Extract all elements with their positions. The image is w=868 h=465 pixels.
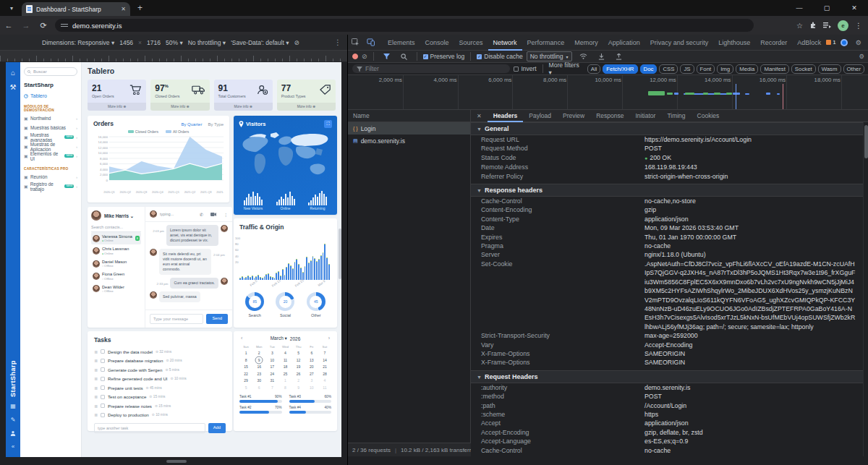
calendar-day[interactable]: 18 [278,364,292,371]
filter-chip-fetch-xhr[interactable]: Fetch/XHR [603,64,637,74]
orders-tab-by-quarter[interactable]: By Quarter [181,122,202,127]
devtools-tab-recorder[interactable]: Recorder [755,35,792,51]
extensions-icon[interactable] [809,22,817,29]
calendar-day[interactable]: 15 [239,364,252,371]
calendar-day[interactable]: 6 [252,385,265,392]
sidebar-item-muestras-avanzadas[interactable]: ▣Muestras avanzadasNEW› [24,132,77,142]
calendar-day[interactable]: 1 [239,350,252,357]
calendar-day[interactable]: 13 [305,357,318,364]
task-checkbox[interactable] [101,395,105,399]
calendar-day[interactable]: 14 [318,357,331,364]
filter-chip-css[interactable]: CSS [659,64,678,74]
new-tab-button[interactable]: + [137,3,142,13]
calendar-day[interactable]: 7 [318,350,331,357]
drag-handle-icon[interactable]: ≣ [94,367,98,372]
preserve-log-checkbox[interactable]: ✓Preserve log [423,53,465,60]
network-throttling-select[interactable]: No throttling▾ [527,51,572,61]
chat-current-user[interactable]: Mike Harris ⌄ [91,210,141,221]
window-maximize-button[interactable]: ▢ [813,0,841,16]
calendar-day[interactable]: 26 [292,371,305,378]
devtools-tab-network[interactable]: Network [488,35,522,51]
window-minimize-button[interactable]: — [786,0,813,16]
site-settings-icon[interactable] [61,22,68,28]
calendar-day[interactable]: 10 [305,385,318,392]
sidebar-item-reuni-n[interactable]: ▣Reunión› [24,172,77,182]
details-tab-initiator[interactable]: Initiator [630,110,662,122]
device-toolbar-menu-icon[interactable]: ⋮ [334,38,341,46]
sidebar-item-northwind[interactable]: ▣Northwind› [24,114,77,123]
calendar-day[interactable]: 5 [292,350,305,357]
details-tab-response[interactable]: Response [590,110,629,122]
export-har-icon[interactable] [612,54,626,60]
issues-badge[interactable]: 1 [826,39,835,46]
chat-menu-icon[interactable]: ⋮ [224,212,228,217]
clear-network-log-icon[interactable]: ⊘ [362,53,367,60]
filter-chip-font[interactable]: Font [697,64,715,74]
task-checkbox[interactable] [101,413,105,417]
task-row[interactable]: ≣Test on acceptance⊙ 15 mins [94,393,226,402]
details-scrollbar[interactable] [863,122,868,456]
bookmark-star-icon[interactable]: ☆ [796,22,803,30]
calendar-day[interactable]: 25 [278,371,292,378]
task-row[interactable]: ≣Prepare unit tests⊙ 45 mins [94,383,226,393]
chat-search-input[interactable]: Search contacts... [91,225,141,232]
theme-icon[interactable]: ▦ [10,403,16,409]
calendar-day[interactable]: 19 [292,364,305,371]
calendar-day[interactable]: 24 [265,371,278,378]
calendar-day[interactable]: 21 [318,364,331,371]
task-row[interactable]: ≣Refine generated code and UI⊙ 10 mins [94,375,226,384]
page-scrollbar-horizontal[interactable] [6,460,341,464]
back-button[interactable]: ← [0,21,17,30]
details-tab-cookies[interactable]: Cookies [692,110,726,122]
save-data-select[interactable]: 'Save-Data': default ▾ [231,39,289,46]
chat-send-button[interactable]: Send [206,314,228,324]
drag-handle-icon[interactable]: ≣ [94,394,98,399]
stat-card-total-customers[interactable]: 91Total CustomersMore info ⊕ [214,80,273,111]
calendar-day[interactable]: 8 [239,357,252,364]
throttling-select[interactable]: No throttling ▾ [188,39,226,46]
drag-handle-icon[interactable]: ≣ [94,412,98,417]
window-close-button[interactable]: ✕ [841,0,868,16]
filter-chip-other[interactable]: Other [843,64,865,74]
browser-tab[interactable]: Dashboard - StartSharp ✕ [22,2,130,16]
visitors-expand-button[interactable]: ⛶ [324,120,332,128]
viewport-width-field[interactable]: 1456 [119,39,133,46]
filter-input[interactable]: Filter [352,64,510,73]
calendar-day[interactable]: 9 [292,385,305,392]
profile-avatar[interactable]: e [838,20,848,31]
devtools-tab-performance[interactable]: Performance [522,35,570,51]
calendar-day[interactable]: 7 [265,385,278,392]
collapse-sidebar-icon[interactable]: « [12,443,14,450]
calendar-prev-button[interactable]: ‹ [241,336,242,341]
device-toolbar-toggle-icon[interactable] [363,38,378,46]
dimensions-select[interactable]: Dimensions: Responsive ▾ [42,39,114,46]
contact-fiona-green[interactable]: Fiona GreenOffline [91,270,141,282]
calendar-day[interactable]: 28 [318,371,331,378]
more-info-link[interactable]: More info ⊕ [277,103,336,111]
details-tab-headers[interactable]: Headers [488,110,524,122]
devtools-tab-sources[interactable]: Sources [454,35,488,51]
tab-search-chevron-icon[interactable]: ▾ [6,3,17,13]
details-tab-timing[interactable]: Timing [661,110,691,122]
network-conditions-icon[interactable] [576,54,591,59]
task-row[interactable]: ≣Generate code with Sergen⊙ 5 mins [94,365,226,375]
task-row[interactable]: ≣Prepare database migration⊙ 20 mins [94,357,226,366]
devtools-tab-adblock[interactable]: AdBlock [792,35,826,51]
devtools-tab-privacy-and-security[interactable]: Privacy and security [645,35,714,51]
viewport-height-field[interactable]: 1716 [147,39,161,46]
drag-handle-icon[interactable]: ≣ [94,358,98,363]
calendar-day[interactable]: 3 [265,350,278,357]
sidebar-item-elementos-de-ui[interactable]: ▣Elementos de UINEW› [24,151,77,161]
calendar-day[interactable]: 12 [292,357,305,364]
task-checkbox[interactable] [101,349,105,354]
more-info-link[interactable]: More info ⊕ [88,103,146,111]
details-tab-payload[interactable]: Payload [523,110,557,122]
task-row[interactable]: ≣Prepare release notes⊙ 15 mins [94,401,226,411]
more-info-link[interactable]: More info ⊕ [214,103,273,111]
calendar-day[interactable]: 1 [278,377,292,385]
chat-message-input[interactable]: Type your message [150,314,203,324]
drag-handle-icon[interactable]: ≣ [94,376,98,381]
calendar-day[interactable]: 2 [292,377,305,385]
task-row[interactable]: ≣Design the data model⊙ 32 mins [94,347,226,357]
calendar-day[interactable]: 4 [278,350,292,357]
